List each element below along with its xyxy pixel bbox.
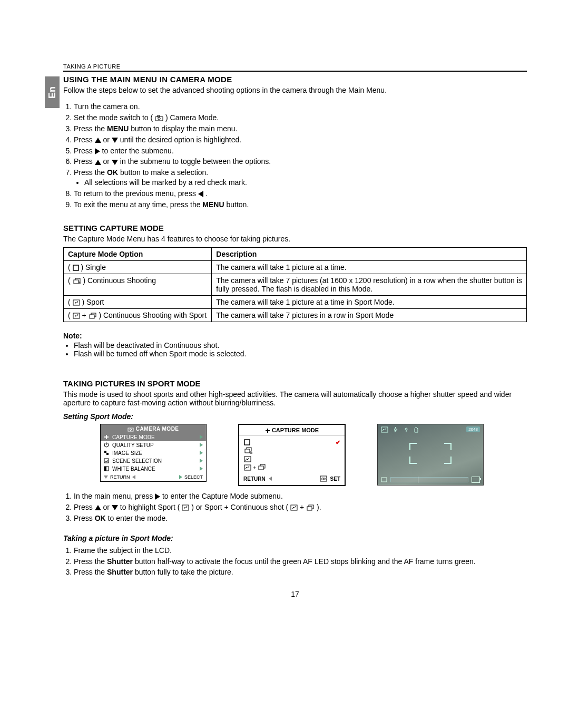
preview-bottom-bar: [381, 477, 480, 483]
svg-rect-17: [90, 315, 94, 318]
table-row: ( ) Continuous Shooting The camera will …: [64, 274, 527, 295]
sport-icon: [243, 455, 252, 463]
step: Press or until the desired option is hig…: [74, 135, 527, 145]
text: CAPTURE MODE: [112, 434, 155, 440]
svg-marker-4: [112, 138, 118, 143]
steps-main-menu: Turn the camera on. Set the mode switch …: [63, 102, 527, 210]
section-breadcrumb: TAKING A PICTURE: [63, 63, 527, 70]
text: Press the: [74, 168, 107, 177]
up-arrow-icon: [95, 505, 101, 510]
subheading-taking-picture: Taking a picture in Sport Mode:: [63, 534, 527, 542]
svg-marker-57: [112, 505, 118, 510]
text: In the main menu, press: [74, 492, 155, 500]
up-arrow-icon: [95, 160, 101, 165]
table-header: Description: [212, 247, 527, 260]
svg-marker-3: [95, 138, 101, 143]
ok-icon: OK: [320, 475, 327, 482]
step: Press or in the submenu to toggle betwee…: [74, 157, 527, 167]
check-icon: ✔: [336, 439, 340, 446]
step: Press the Shutter button fully to take t…: [74, 567, 527, 577]
step: Turn the camera on.: [74, 102, 527, 112]
svg-point-2: [158, 118, 160, 120]
chevron-right-icon: [200, 459, 203, 463]
step: To exit the menu at any time, press the …: [74, 200, 527, 210]
sport-icon: [73, 299, 80, 306]
svg-rect-47: [259, 466, 263, 470]
table-row: ( ) Single The camera will take 1 pictur…: [64, 260, 527, 274]
step: Press to enter the submenu.: [74, 146, 527, 156]
svg-marker-28: [200, 451, 203, 455]
text: button fully to take the picture.: [133, 568, 233, 576]
text: button to display the main menu.: [129, 124, 237, 133]
menu-item-white-balance: WHITE BALANCE: [101, 465, 206, 473]
flash-off-icon: [393, 426, 399, 433]
menu-footer: RETURN SELECT: [101, 473, 206, 481]
text: to enter the Capture Mode submenu.: [162, 492, 283, 500]
text: button to make a selection.: [118, 168, 208, 177]
chevron-right-icon: [200, 435, 203, 439]
svg-rect-27: [106, 453, 109, 455]
down-arrow-icon: [104, 475, 108, 479]
text: or: [103, 157, 112, 166]
text: SELECT: [184, 474, 203, 480]
ok-button-label: OK: [107, 168, 118, 177]
continuous-icon: [243, 447, 253, 454]
quality-icon: [104, 442, 109, 448]
svg-marker-8: [198, 191, 203, 197]
text: Press: [74, 503, 95, 511]
step: To return to the previous menu, press .: [74, 189, 527, 199]
quality-icon: [414, 426, 419, 433]
menu-button-label: MENU: [107, 124, 129, 133]
resolution-badge: 2048: [466, 426, 480, 432]
down-arrow-icon: [112, 505, 118, 510]
step: Press the OK button to make a selection.…: [74, 168, 527, 188]
camera-icon: [127, 427, 134, 432]
svg-rect-26: [104, 451, 106, 453]
text: Set the mode switch to (: [74, 113, 153, 122]
text: to enter the submenu.: [102, 147, 174, 155]
table-row: ( + ) Continuous Shooting with Sport The…: [64, 308, 527, 322]
step: Frame the subject in the LCD.: [74, 546, 527, 556]
submenu-item-sport-continuous: +: [243, 463, 340, 472]
continuous-icon: [257, 464, 267, 471]
up-arrow-icon: [95, 138, 101, 143]
text: RETURN: [243, 476, 266, 482]
steps-taking-picture: Frame the subject in the LCD. Press the …: [63, 546, 527, 578]
svg-marker-6: [95, 160, 101, 165]
text: Continuous Shooting: [87, 276, 156, 285]
preview-status-icons: 2048: [381, 426, 480, 433]
steps-setting-sport: In the main menu, press to enter the Cap…: [63, 491, 527, 523]
svg-rect-41: [245, 449, 250, 453]
single-icon: [243, 439, 251, 446]
heading-main-menu: USING THE MAIN MENU IN CAMERA MODE: [63, 75, 527, 84]
text: Press: [74, 135, 95, 144]
divider: [63, 71, 527, 72]
svg-point-52: [405, 428, 407, 430]
text: ).: [317, 503, 321, 511]
language-tab: En: [45, 76, 60, 108]
svg-rect-45: [244, 465, 251, 470]
note-block: Note: Flash will be deactivated in Conti…: [63, 332, 527, 358]
sport-icon: [73, 313, 80, 319]
note-item: Flash will be turned off when Sport mode…: [74, 350, 527, 358]
text: The camera will take 7 pictures in a row…: [212, 308, 527, 322]
text: WHITE BALANCE: [112, 466, 155, 472]
menu-item-quality: QUALITY SETUP: [101, 441, 206, 449]
svg-rect-32: [104, 467, 106, 471]
camera-icon: [155, 115, 163, 121]
step: Press the MENU button to display the mai…: [74, 124, 527, 134]
text: button half-way to activate the focus un…: [133, 557, 476, 566]
text: IMAGE SIZE: [112, 450, 142, 456]
heading-sport-mode: TAKING PICTURES IN SPORT MODE: [63, 379, 527, 388]
continuous-icon: [89, 313, 97, 319]
battery-icon: [472, 477, 480, 483]
text: Press the: [74, 124, 107, 133]
continuous-icon: [73, 278, 81, 284]
submenu-item-continuous: [243, 446, 340, 455]
shutter-label: Shutter: [107, 557, 133, 566]
capture-mode-table: Capture Mode Option Description ( ) Sing…: [63, 247, 527, 322]
shutter-label: Shutter: [107, 568, 133, 576]
settings-icon: [104, 434, 109, 440]
text: Sport: [86, 298, 104, 306]
text: To return to the previous menu, press: [74, 189, 198, 198]
